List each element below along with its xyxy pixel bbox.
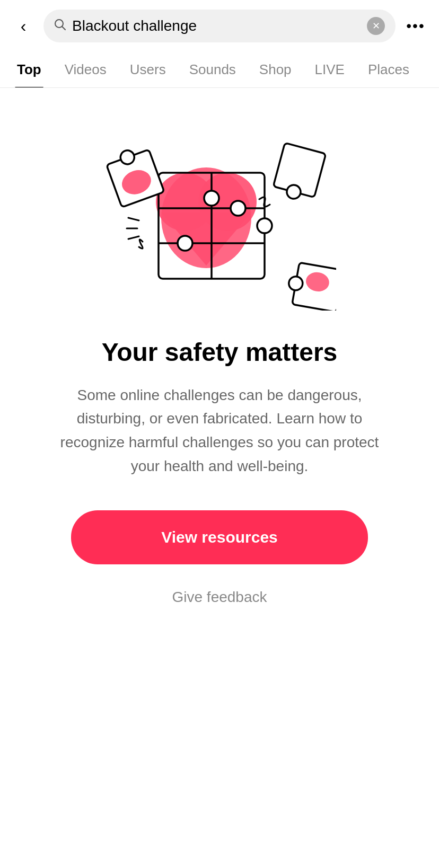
tab-shop[interactable]: Shop	[248, 52, 303, 87]
tab-top[interactable]: Top	[5, 52, 53, 87]
search-query-text[interactable]: Blackout challenge	[72, 17, 361, 34]
search-icon	[54, 19, 66, 33]
svg-line-24	[128, 236, 139, 239]
svg-point-11	[178, 236, 192, 251]
puzzle-illustration	[103, 120, 336, 311]
tab-live[interactable]: LIVE	[303, 52, 356, 87]
tab-videos[interactable]: Videos	[53, 52, 118, 87]
svg-point-13	[231, 201, 245, 216]
clear-icon: ✕	[372, 21, 380, 31]
clear-search-button[interactable]: ✕	[367, 17, 385, 35]
svg-point-0	[55, 20, 63, 28]
tab-users[interactable]: Users	[118, 52, 178, 87]
svg-point-12	[257, 218, 272, 233]
svg-line-22	[128, 218, 139, 220]
tab-sounds[interactable]: Sounds	[178, 52, 248, 87]
view-resources-button[interactable]: View resources	[71, 510, 368, 564]
safety-card: Your safety matters Some online challeng…	[0, 88, 439, 632]
header: ‹ Blackout challenge ✕ •••	[0, 0, 439, 52]
back-button[interactable]: ‹	[11, 13, 36, 39]
search-tabs: Top Videos Users Sounds Shop LIVE Places	[0, 52, 439, 88]
search-bar[interactable]: Blackout challenge ✕	[43, 10, 396, 42]
give-feedback-button[interactable]: Give feedback	[162, 583, 278, 611]
more-dots-icon: •••	[406, 17, 425, 34]
more-options-button[interactable]: •••	[403, 13, 428, 39]
svg-point-10	[204, 191, 219, 206]
safety-title: Your safety matters	[102, 337, 338, 368]
safety-description: Some online challenges can be dangerous,…	[50, 384, 389, 479]
tab-places[interactable]: Places	[356, 52, 421, 87]
svg-line-1	[63, 27, 66, 30]
back-icon: ‹	[21, 16, 27, 36]
